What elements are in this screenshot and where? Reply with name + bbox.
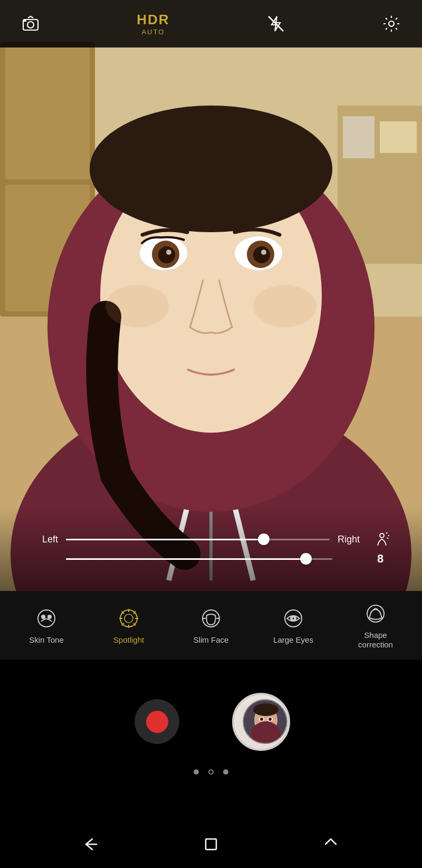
flash-off-icon[interactable] bbox=[266, 14, 285, 33]
slider-right-label: Right bbox=[338, 534, 367, 545]
svg-line-32 bbox=[386, 532, 387, 533]
slider-2-fill bbox=[66, 558, 306, 560]
shape-correction-icon bbox=[363, 601, 388, 626]
nav-bar bbox=[0, 821, 422, 868]
spotlight-icon bbox=[116, 606, 141, 631]
settings-icon[interactable] bbox=[382, 14, 401, 33]
svg-point-57 bbox=[253, 703, 279, 716]
svg-point-20 bbox=[90, 106, 332, 232]
dot-3 bbox=[223, 769, 228, 775]
svg-rect-8 bbox=[5, 47, 90, 179]
large-eyes-label: Large Eyes bbox=[273, 635, 313, 645]
home-icon[interactable] bbox=[202, 835, 220, 854]
svg-point-39 bbox=[124, 614, 133, 623]
slider-overlay: Left Right bbox=[0, 507, 422, 591]
person-brightness-icon bbox=[375, 532, 390, 547]
recent-apps-icon[interactable] bbox=[321, 835, 340, 854]
back-icon[interactable] bbox=[82, 835, 101, 854]
hdr-button[interactable]: HDR AUTO bbox=[137, 12, 169, 36]
svg-point-30 bbox=[253, 285, 316, 327]
filter-skin-tone[interactable]: Skin Tone bbox=[15, 606, 78, 645]
slider-row-1: Left Right bbox=[32, 532, 390, 547]
slider-1-thumb[interactable] bbox=[258, 533, 270, 545]
slim-face-label: Slim Face bbox=[194, 635, 229, 645]
svg-rect-11 bbox=[343, 116, 375, 158]
svg-point-60 bbox=[260, 718, 263, 721]
large-eyes-icon bbox=[281, 606, 306, 631]
shape-correction-label: Shapecorrection bbox=[358, 631, 393, 650]
slider-1-fill bbox=[66, 539, 264, 540]
gallery-thumbnail[interactable] bbox=[243, 699, 287, 744]
svg-point-24 bbox=[166, 250, 171, 255]
filter-spotlight[interactable]: Spotlight bbox=[97, 606, 160, 645]
svg-point-1 bbox=[27, 22, 34, 28]
slim-face-icon bbox=[198, 606, 224, 631]
svg-point-4 bbox=[389, 21, 394, 26]
filter-shape-correction[interactable]: Shapecorrection bbox=[344, 601, 407, 650]
svg-point-29 bbox=[106, 285, 169, 327]
filter-slim-face[interactable]: Slim Face bbox=[179, 606, 243, 645]
camera-preview: Left Right bbox=[0, 0, 422, 591]
skin-tone-label: Skin Tone bbox=[29, 635, 64, 645]
page-indicator bbox=[194, 769, 228, 775]
svg-point-23 bbox=[158, 246, 175, 263]
hdr-text: HDR bbox=[137, 12, 169, 28]
svg-point-36 bbox=[42, 615, 45, 618]
record-dot bbox=[146, 711, 168, 733]
slider-2-track[interactable] bbox=[66, 558, 332, 560]
filter-large-eyes[interactable]: Large Eyes bbox=[262, 606, 325, 645]
dot-1 bbox=[194, 769, 199, 775]
slider-row-2: 8 bbox=[32, 552, 390, 566]
camera-flip-icon[interactable] bbox=[21, 14, 40, 33]
filter-bar: Skin Tone Spotlight bbox=[0, 591, 422, 660]
record-button[interactable] bbox=[135, 699, 179, 744]
slider-1-track[interactable] bbox=[66, 539, 330, 540]
svg-point-61 bbox=[268, 718, 272, 721]
svg-rect-2 bbox=[23, 20, 26, 22]
svg-point-28 bbox=[261, 250, 266, 255]
svg-rect-64 bbox=[206, 839, 216, 850]
svg-rect-12 bbox=[380, 121, 417, 153]
thumbnail-image bbox=[244, 700, 286, 743]
svg-point-27 bbox=[253, 246, 270, 263]
dot-2 bbox=[208, 769, 214, 775]
svg-line-34 bbox=[387, 538, 388, 539]
slider-2-thumb[interactable] bbox=[300, 553, 312, 565]
slider-2-number: 8 bbox=[377, 552, 390, 566]
slider-left-label: Left bbox=[32, 534, 58, 545]
camera-controls bbox=[0, 660, 422, 802]
svg-point-37 bbox=[48, 615, 51, 618]
skin-tone-icon bbox=[34, 606, 59, 631]
viewfinder: Left Right bbox=[0, 0, 422, 591]
top-bar: HDR AUTO bbox=[0, 0, 422, 47]
spotlight-label: Spotlight bbox=[113, 635, 144, 645]
svg-point-31 bbox=[380, 533, 384, 538]
auto-text: AUTO bbox=[141, 28, 165, 36]
svg-point-53 bbox=[292, 617, 295, 620]
